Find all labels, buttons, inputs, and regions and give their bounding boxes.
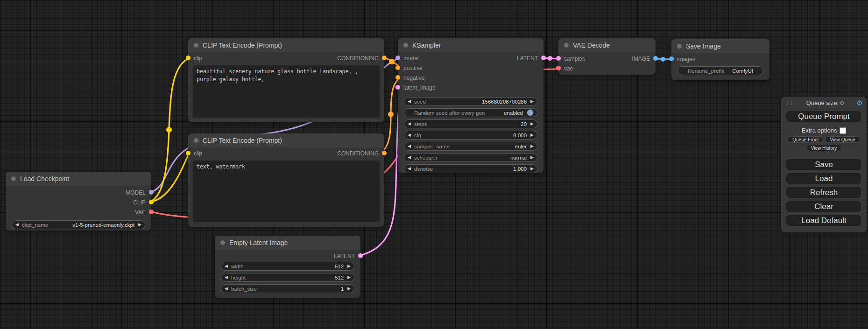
output-slot-conditioning[interactable]: [382, 56, 387, 60]
prompt-textarea[interactable]: beautiful scenery nature glass bottle la…: [193, 65, 380, 118]
link-dot-clip[interactable]: [166, 127, 172, 133]
output-slot-clip[interactable]: [149, 200, 154, 204]
batch-size-widget[interactable]: ◀ batch_size 1 ▶: [221, 284, 354, 293]
view-queue-button[interactable]: View Queue: [825, 136, 860, 143]
steps-widget[interactable]: ◀ steps 20 ▶: [404, 119, 537, 128]
queue-prompt-button[interactable]: Queue Prompt: [786, 111, 862, 122]
prev-arrow-icon[interactable]: ◀: [408, 167, 411, 171]
link-dot-conditioning-negative[interactable]: [388, 112, 394, 117]
clear-button[interactable]: Clear: [786, 201, 862, 212]
node-save-image[interactable]: Save Image images filename_prefix ComfyU…: [671, 39, 769, 80]
collapse-dot-icon[interactable]: [677, 44, 682, 49]
wire-clip-to-negative[interactable]: [148, 153, 189, 202]
prev-arrow-icon[interactable]: ◀: [408, 144, 411, 148]
prev-arrow-icon[interactable]: ◀: [225, 287, 228, 291]
next-arrow-icon[interactable]: ▶: [530, 122, 534, 126]
widget-label: scheduler: [414, 155, 438, 161]
input-slot-clip[interactable]: [186, 151, 191, 155]
input-slot-positive[interactable]: [395, 65, 400, 70]
height-widget[interactable]: ◀ height 512 ▶: [221, 273, 354, 282]
node-header[interactable]: CLIP Text Encode (Prompt): [188, 38, 384, 52]
output-slot-image[interactable]: [653, 56, 658, 61]
input-slot-images[interactable]: [669, 56, 674, 61]
node-title: KSampler: [412, 42, 441, 49]
collapse-dot-icon[interactable]: [11, 176, 16, 181]
collapse-dot-icon[interactable]: [220, 240, 225, 245]
node-title: Empty Latent Image: [229, 239, 288, 246]
node-clip-text-encode-positive[interactable]: CLIP Text Encode (Prompt) clip CONDITION…: [188, 38, 384, 122]
input-slot-latent-image[interactable]: [395, 85, 400, 90]
save-button[interactable]: Save: [786, 159, 862, 170]
drag-handle-icon[interactable]: ⋮⋮: [785, 100, 793, 106]
collapse-dot-icon[interactable]: [194, 138, 198, 143]
input-slot-negative[interactable]: [395, 75, 400, 80]
output-slot-vae[interactable]: [149, 210, 154, 214]
link-dot-image[interactable]: [661, 57, 665, 62]
next-arrow-icon[interactable]: ▶: [530, 144, 534, 148]
node-clip-text-encode-negative[interactable]: CLIP Text Encode (Prompt) clip CONDITION…: [188, 133, 384, 227]
refresh-button[interactable]: Refresh: [786, 187, 862, 198]
input-slot-samples[interactable]: [556, 56, 561, 61]
denoise-widget[interactable]: ◀ denoise 1.000 ▶: [404, 164, 537, 173]
node-empty-latent-image[interactable]: Empty Latent Image LATENT ◀ width 512 ▶ …: [215, 236, 360, 298]
prev-arrow-icon[interactable]: ◀: [408, 155, 411, 160]
sampler-name-widget[interactable]: ◀ sampler_name euler ▶: [404, 142, 537, 151]
next-arrow-icon[interactable]: ▶: [347, 275, 351, 280]
output-slot-conditioning[interactable]: [382, 151, 387, 155]
queue-front-button[interactable]: Queue Front: [788, 136, 823, 143]
link-dot-latent[interactable]: [548, 56, 552, 61]
node-header[interactable]: Save Image: [671, 39, 769, 53]
node-header[interactable]: Empty Latent Image: [215, 236, 360, 250]
graph-canvas[interactable]: Load Checkpoint MODEL CLIP VAE ◀ ckpt_na…: [0, 0, 868, 329]
link-dot-conditioning-positive[interactable]: [389, 59, 395, 64]
output-slot-latent[interactable]: [358, 253, 363, 258]
node-header[interactable]: VAE Decode: [558, 38, 656, 52]
input-label-clip: clip: [194, 150, 202, 157]
prev-arrow-icon[interactable]: ◀: [225, 275, 228, 280]
prev-arrow-icon[interactable]: ◀: [408, 99, 411, 104]
input-slot-model[interactable]: [395, 56, 400, 60]
ckpt-name-widget[interactable]: ◀ ckpt_name v1-5-pruned-emaonly.ckpt ▶: [12, 220, 145, 229]
next-arrow-icon[interactable]: ▶: [347, 264, 351, 268]
width-widget[interactable]: ◀ width 512 ▶: [221, 262, 354, 271]
toggle-circle-icon[interactable]: [527, 109, 534, 116]
load-default-button[interactable]: Load Default: [786, 215, 862, 226]
node-header[interactable]: KSampler: [398, 38, 543, 52]
prev-arrow-icon[interactable]: ◀: [408, 133, 411, 137]
scheduler-widget[interactable]: ◀ scheduler normal ▶: [404, 153, 537, 162]
collapse-dot-icon[interactable]: [564, 43, 569, 48]
widget-value: v1-5-pruned-emaonly.ckpt: [72, 222, 134, 228]
node-load-checkpoint[interactable]: Load Checkpoint MODEL CLIP VAE ◀ ckpt_na…: [6, 172, 151, 231]
input-slot-vae[interactable]: [556, 66, 561, 70]
prev-arrow-icon[interactable]: ◀: [225, 264, 228, 268]
output-slot-latent[interactable]: [541, 56, 546, 60]
collapse-dot-icon[interactable]: [194, 43, 198, 48]
next-arrow-icon[interactable]: ▶: [530, 99, 534, 104]
prompt-textarea[interactable]: text, watermark: [193, 161, 380, 222]
output-label-model: MODEL: [126, 189, 146, 196]
input-slot-clip[interactable]: [186, 56, 191, 60]
filename-prefix-widget[interactable]: filename_prefix ComfyUI: [677, 66, 763, 75]
node-header[interactable]: CLIP Text Encode (Prompt): [188, 133, 384, 147]
node-vae-decode[interactable]: VAE Decode samples IMAGE vae: [558, 38, 656, 75]
output-slot-model[interactable]: [149, 190, 154, 195]
next-arrow-icon[interactable]: ▶: [530, 155, 534, 160]
cfg-widget[interactable]: ◀ cfg 8.000 ▶: [404, 131, 537, 140]
node-header[interactable]: Load Checkpoint: [6, 172, 151, 186]
node-title: Load Checkpoint: [20, 175, 69, 182]
view-history-button[interactable]: View History: [806, 145, 841, 151]
prev-arrow-icon[interactable]: ◀: [408, 122, 411, 126]
next-arrow-icon[interactable]: ▶: [530, 133, 534, 137]
next-arrow-icon[interactable]: ▶: [530, 167, 534, 171]
collapse-dot-icon[interactable]: [403, 43, 408, 48]
next-arrow-icon[interactable]: ▶: [347, 287, 351, 291]
input-label-negative: negative: [403, 75, 424, 81]
prev-arrow-icon[interactable]: ◀: [15, 223, 19, 227]
load-button[interactable]: Load: [786, 173, 862, 184]
seed-widget[interactable]: ◀ seed 156680208700286 ▶: [404, 97, 537, 106]
node-ksampler[interactable]: KSampler model LATENT positive negative …: [398, 38, 543, 173]
settings-gear-icon[interactable]: ⚙: [857, 99, 863, 106]
next-arrow-icon[interactable]: ▶: [138, 223, 141, 227]
extra-options-checkbox[interactable]: [840, 127, 846, 134]
random-seed-toggle-widget[interactable]: Random seed after every gen enabled: [404, 108, 537, 117]
